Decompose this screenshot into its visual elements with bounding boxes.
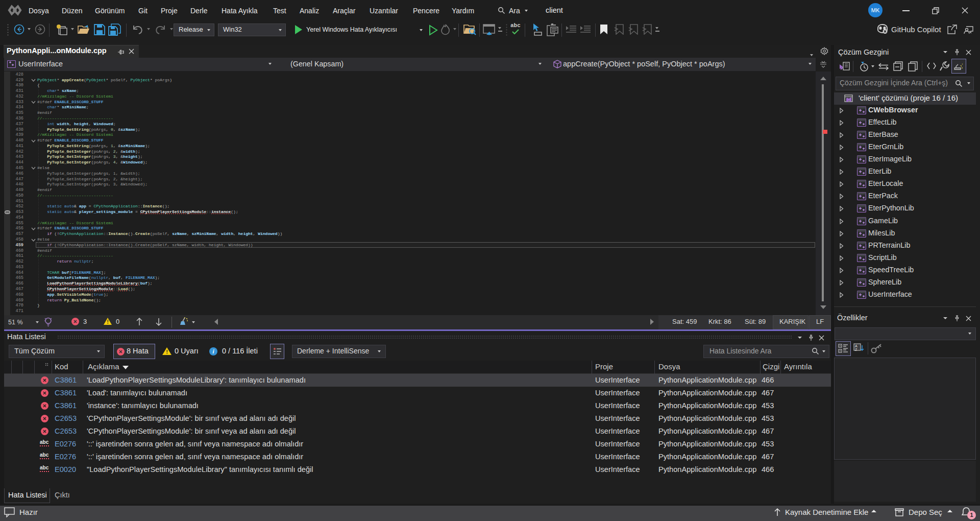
svg-text:Z: Z: [855, 348, 857, 351]
